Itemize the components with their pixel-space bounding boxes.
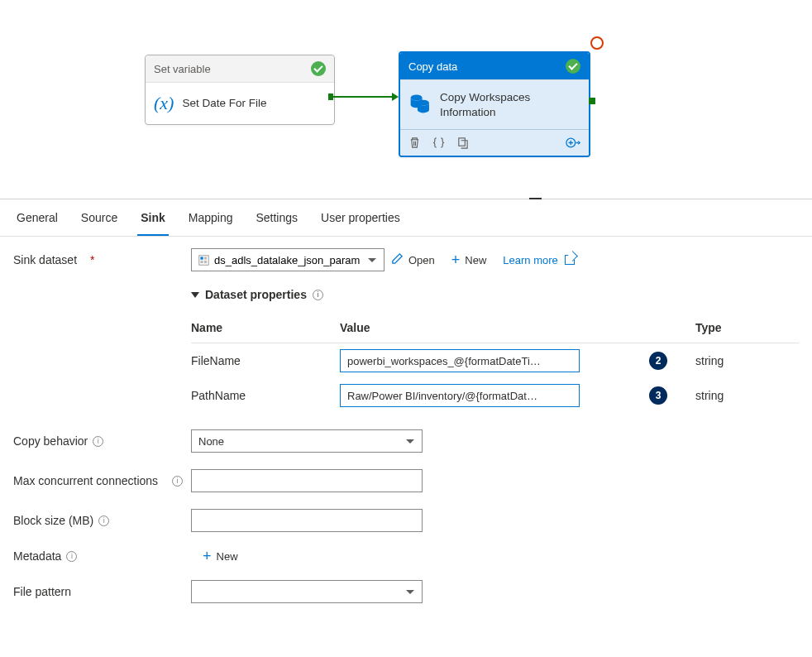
metadata-label: Metadata i (13, 549, 191, 563)
sink-dataset-value (214, 254, 362, 266)
plus-icon: + (451, 252, 461, 267)
info-icon[interactable]: i (66, 551, 77, 562)
file-pattern-dropdown[interactable] (191, 580, 423, 603)
col-header-type: Type (695, 321, 799, 334)
row-block-size: Block size (MB) i (13, 509, 799, 532)
info-icon[interactable]: i (313, 290, 323, 300)
svg-rect-6 (204, 257, 207, 259)
dataset-icon (198, 255, 209, 266)
svg-point-1 (418, 100, 429, 106)
edit-icon (391, 252, 404, 267)
activity-name-label: Copy Workspaces Information (440, 90, 580, 119)
info-icon[interactable]: i (93, 436, 103, 447)
table-row: FileName 2 string (191, 343, 799, 378)
row-metadata: Metadata i + New (13, 549, 799, 563)
row-file-pattern: File pattern (13, 580, 799, 603)
tab-mapping[interactable]: Mapping (185, 211, 236, 236)
tab-user-properties[interactable]: User properties (318, 211, 404, 236)
svg-rect-7 (200, 260, 203, 262)
activity-name-label: Set Date For File (182, 96, 266, 111)
new-dataset-button[interactable]: + New (451, 252, 487, 267)
svg-point-0 (411, 95, 423, 101)
learn-more-link[interactable]: Learn more (503, 254, 574, 266)
add-output-icon[interactable] (566, 137, 580, 149)
col-header-value: Value (340, 321, 621, 334)
pathname-input[interactable] (340, 384, 580, 407)
plus-icon: + (203, 549, 212, 563)
properties-panel: General Source Sink Mapping Settings Use… (0, 199, 812, 631)
svg-rect-8 (204, 260, 207, 262)
activity-type-label: Copy data (408, 60, 457, 73)
form: Sink dataset * 1 Open + New (0, 237, 812, 631)
param-type: string (695, 389, 799, 402)
success-icon (311, 61, 326, 76)
info-icon[interactable]: i (172, 476, 183, 487)
dataset-properties-toggle[interactable]: Dataset properties i (191, 288, 799, 301)
activity-set-variable[interactable]: Set variable (x) Set Date For File (145, 55, 335, 125)
out-connector[interactable] (589, 98, 595, 104)
activity-toolbar (400, 129, 589, 156)
new-metadata-button[interactable]: + New (203, 549, 238, 563)
filename-input[interactable] (340, 349, 580, 372)
sink-dataset-label: Sink dataset * (13, 253, 191, 266)
info-icon[interactable]: i (98, 516, 109, 526)
copy-behavior-label: Copy behavior i (13, 434, 191, 448)
variable-fx-icon: (x) (154, 93, 174, 114)
panel-drag-handle[interactable] (529, 198, 542, 199)
annotation-badge-2: 2 (649, 352, 667, 370)
block-size-input[interactable] (191, 509, 423, 532)
tab-settings[interactable]: Settings (252, 211, 301, 236)
tab-source[interactable]: Source (78, 211, 121, 236)
dataset-properties-section: Dataset properties i Name Value Type Fil… (191, 288, 799, 413)
block-size-label: Block size (MB) i (13, 514, 191, 527)
row-sink-dataset: Sink dataset * 1 Open + New (13, 248, 799, 271)
connector-success[interactable] (333, 96, 392, 98)
code-braces-icon[interactable] (432, 137, 445, 149)
collapse-icon (191, 292, 199, 298)
tab-general[interactable]: General (13, 211, 61, 236)
copy-behavior-dropdown[interactable]: None (191, 429, 423, 453)
param-type: string (695, 354, 799, 367)
copy-icon[interactable] (456, 137, 469, 149)
copy-data-icon (408, 92, 432, 117)
activity-body: (x) Set Date For File (146, 83, 334, 124)
col-header-name: Name (191, 321, 340, 334)
activity-body: Copy Workspaces Information (400, 80, 589, 129)
props-header: Name Value Type (191, 313, 799, 343)
row-max-concurrent: Max concurrent connections i (13, 469, 799, 492)
param-name: FileName (191, 354, 340, 367)
activity-header: Set variable (146, 55, 334, 83)
pipeline-canvas[interactable]: Set variable (x) Set Date For File Copy … (0, 0, 812, 199)
open-dataset-button[interactable]: Open (391, 252, 435, 267)
file-pattern-label: File pattern (13, 585, 191, 598)
success-icon (566, 59, 580, 74)
tab-bar: General Source Sink Mapping Settings Use… (0, 199, 812, 237)
max-concurrent-input[interactable] (191, 469, 423, 492)
svg-rect-5 (200, 257, 203, 259)
activity-type-label: Set variable (154, 63, 211, 75)
param-name: PathName (191, 389, 340, 402)
external-link-icon (565, 255, 575, 265)
table-row: PathName 3 string (191, 378, 799, 413)
sink-dataset-dropdown[interactable] (191, 248, 385, 271)
svg-rect-2 (459, 138, 466, 146)
annotation-badge-3: 3 (649, 386, 667, 405)
row-copy-behavior: Copy behavior i None (13, 429, 799, 453)
delete-icon[interactable] (408, 137, 421, 149)
activity-copy-data[interactable]: Copy data Copy Workspaces Information (399, 51, 590, 157)
max-concurrent-label: Max concurrent connections i (13, 474, 191, 487)
annotation-circle-icon (590, 36, 604, 50)
activity-header: Copy data (400, 53, 589, 80)
tab-sink[interactable]: Sink (137, 211, 169, 236)
